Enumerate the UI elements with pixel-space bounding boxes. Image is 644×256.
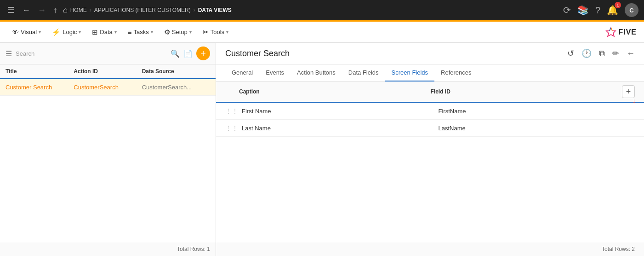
gear-icon: ⚙ [164, 28, 170, 36]
five-logo: FIVE [605, 27, 637, 38]
search-bar: ☰ 🔍 📄 + [0, 43, 216, 64]
add-button[interactable]: + [196, 47, 210, 60]
tab-data-fields[interactable]: Data Fields [342, 64, 385, 81]
left-table-header: Title Action ID Data Source [0, 64, 216, 79]
tab-events[interactable]: Events [259, 64, 291, 81]
back-panel-icon[interactable]: ← [627, 49, 635, 58]
nav-data[interactable]: ⊞ Data ▾ [87, 25, 121, 39]
list-icon: ≡ [128, 28, 132, 36]
avatar[interactable]: C [625, 3, 638, 17]
main-content: ☰ 🔍 📄 + Title Action ID Data Source Cust… [0, 43, 644, 256]
filter-icon[interactable]: ☰ [6, 49, 12, 58]
notification-count: 1 [615, 2, 621, 8]
home-icon: ⌂ [63, 6, 68, 14]
breadcrumb-applications[interactable]: APPLICATIONS (FILTER CUSTOMER) [94, 7, 191, 13]
nav-logic-label: Logic [63, 29, 77, 35]
cell-title: Customer Search [6, 84, 74, 91]
add-row-button[interactable]: + [622, 85, 635, 98]
history-icon[interactable]: 🕐 [581, 48, 592, 58]
eye-icon: 👁 [12, 28, 19, 36]
nav-visual-label: Visual [21, 29, 37, 35]
breadcrumb-sep-1: › [90, 7, 91, 13]
col-action-id-header: Action ID [74, 68, 142, 75]
up-icon[interactable]: ↑ [51, 4, 59, 17]
help-icon[interactable]: ? [595, 5, 600, 16]
nav-setup-label: Setup [172, 29, 188, 35]
right-header: Customer Search ↺ 🕐 ⧉ ✏ ← [216, 43, 644, 64]
edit-icon[interactable]: ✏ [612, 48, 619, 58]
right-panel: Customer Search ↺ 🕐 ⧉ ✏ ← General Events… [216, 43, 644, 256]
right-table-body: ⋮⋮ First Name FirstName ⋮⋮ Last Name Las… [216, 103, 644, 242]
right-table-header: Caption Field ID + ↓ [216, 81, 644, 103]
col-title-header: Title [6, 68, 74, 75]
tab-action-buttons[interactable]: Action Buttons [291, 64, 342, 81]
left-table-body: Customer Search CustomerSearch CustomerS… [0, 79, 216, 242]
drag-handle-2[interactable]: ⋮⋮ [225, 124, 238, 132]
five-logo-text: FIVE [618, 28, 637, 36]
top-bar-right: ⟳ 📚 ? 🔔 1 C [563, 3, 638, 17]
cell-first-name-caption: First Name [242, 108, 439, 115]
svg-line-2 [611, 28, 612, 31]
search-input[interactable] [16, 50, 167, 57]
right-header-icons: ↺ 🕐 ⧉ ✏ ← [567, 48, 635, 58]
left-table-footer: Total Rows: 1 [0, 242, 216, 256]
nav-logic[interactable]: ⚡ Logic ▾ [47, 25, 85, 39]
table-row[interactable]: Customer Search CustomerSearch CustomerS… [0, 79, 216, 96]
right-total-rows: Total Rows: 2 [602, 246, 635, 252]
grid-icon: ⊞ [92, 28, 98, 36]
data-dropdown-icon: ▾ [114, 29, 117, 35]
menu-icon[interactable]: ☰ [6, 3, 17, 17]
tab-general[interactable]: General [225, 64, 259, 81]
right-panel-title: Customer Search [225, 49, 562, 58]
breadcrumb-home[interactable]: HOME [70, 7, 87, 13]
cell-data-source: CustomerSearch... [142, 84, 210, 91]
copy-icon[interactable]: ⧉ [599, 49, 605, 58]
svg-line-1 [610, 28, 611, 31]
right-table-row[interactable]: ⋮⋮ Last Name LastName [216, 120, 644, 137]
setup-dropdown-icon: ▾ [189, 29, 192, 35]
nav-tasks-label: Tasks [134, 29, 149, 35]
tools-icon: ✂ [203, 28, 209, 36]
caption-col-header: Caption [239, 88, 431, 95]
breadcrumb: ⌂ HOME › APPLICATIONS (FILTER CUSTOMER) … [63, 6, 232, 14]
right-table-footer: Total Rows: 2 [216, 242, 644, 256]
back-icon[interactable]: ← [20, 4, 32, 17]
logic-dropdown-icon: ▾ [79, 29, 81, 35]
breadcrumb-dataviews[interactable]: DATA VIEWS [198, 7, 232, 13]
cell-first-name-field-id: FirstName [439, 108, 635, 115]
tabs: General Events Action Buttons Data Field… [216, 64, 644, 81]
tools-dropdown-icon: ▾ [226, 29, 228, 35]
tab-screen-fields[interactable]: Screen Fields [385, 64, 434, 81]
nav-tools[interactable]: ✂ Tools ▾ [198, 25, 233, 39]
refresh-icon[interactable]: ↺ [567, 48, 574, 58]
left-total-rows: Total Rows: 1 [177, 246, 210, 252]
breadcrumb-sep-2: › [194, 7, 195, 13]
nav-tasks[interactable]: ≡ Tasks ▾ [123, 25, 158, 39]
right-table-row[interactable]: ⋮⋮ First Name FirstName [216, 103, 644, 120]
drag-handle-1[interactable]: ⋮⋮ [225, 107, 238, 115]
nav-tools-label: Tools [211, 29, 224, 35]
nav-visual[interactable]: 👁 Visual ▾ [7, 25, 46, 39]
tasks-dropdown-icon: ▾ [151, 29, 153, 35]
col-data-source-header: Data Source [142, 68, 210, 75]
five-logo-icon [605, 27, 616, 38]
nav-setup[interactable]: ⚙ Setup ▾ [160, 25, 196, 39]
nav-data-label: Data [100, 29, 112, 35]
cell-action-id: CustomerSearch [74, 84, 142, 91]
cell-last-name-field-id: LastName [439, 125, 635, 132]
add-row-arrow: ↓ [633, 97, 636, 105]
tab-references[interactable]: References [434, 64, 478, 81]
document-icon[interactable]: 📄 [183, 49, 193, 58]
cell-last-name-caption: Last Name [242, 125, 439, 132]
forward-icon[interactable]: → [36, 4, 48, 17]
secondary-nav: 👁 Visual ▾ ⚡ Logic ▾ ⊞ Data ▾ ≡ Tasks ▾ … [0, 22, 644, 43]
sync-icon[interactable]: ⟳ [563, 5, 571, 16]
logic-icon: ⚡ [52, 28, 61, 36]
notification-bell[interactable]: 🔔 1 [607, 5, 618, 16]
search-icon[interactable]: 🔍 [171, 49, 180, 58]
field-id-col-header: Field ID [431, 88, 622, 95]
visual-dropdown-icon: ▾ [39, 29, 41, 35]
books-icon[interactable]: 📚 [577, 5, 589, 16]
top-bar: ☰ ← → ↑ ⌂ HOME › APPLICATIONS (FILTER CU… [0, 0, 644, 20]
add-row-container: + ↓ [622, 85, 635, 98]
